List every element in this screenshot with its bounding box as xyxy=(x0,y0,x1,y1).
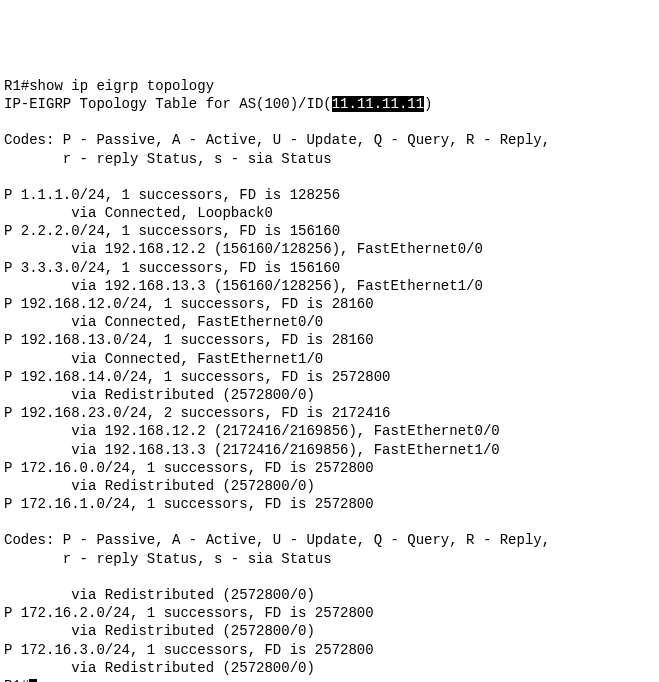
route-entry: P 2.2.2.0/24, 1 successors, FD is 156160… xyxy=(4,223,483,257)
codes-line-1: Codes: P - Passive, A - Active, U - Upda… xyxy=(4,532,550,548)
route-via: via 192.168.12.2 (2172416/2169856), Fast… xyxy=(4,423,500,439)
route-entry: P 172.16.0.0/24, 1 successors, FD is 257… xyxy=(4,460,374,494)
terminal-output[interactable]: R1#show ip eigrp topology IP-EIGRP Topol… xyxy=(4,78,550,682)
codes-line-2: r - reply Status, s - sia Status xyxy=(4,551,332,567)
route-via: via 192.168.13.3 (2172416/2169856), Fast… xyxy=(4,442,500,458)
route-entry: P 192.168.13.0/24, 1 successors, FD is 2… xyxy=(4,332,374,366)
codes-line-1: Codes: P - Passive, A - Active, U - Upda… xyxy=(4,132,550,148)
route-entry: P 172.16.1.0/24, 1 successors, FD is 257… xyxy=(4,496,374,512)
prompt: R1# xyxy=(4,78,29,94)
route-summary: P 172.16.3.0/24, 1 successors, FD is 257… xyxy=(4,642,374,658)
prompt: R1# xyxy=(4,678,29,682)
router-id: 11.11.11.11 xyxy=(332,96,424,112)
route-summary: P 172.16.1.0/24, 1 successors, FD is 257… xyxy=(4,496,374,512)
route-entry: P 3.3.3.0/24, 1 successors, FD is 156160… xyxy=(4,260,483,294)
route-entry: P 192.168.14.0/24, 1 successors, FD is 2… xyxy=(4,369,390,403)
route-entry: P 1.1.1.0/24, 1 successors, FD is 128256… xyxy=(4,187,340,221)
route-entry: P 172.16.2.0/24, 1 successors, FD is 257… xyxy=(4,605,374,639)
codes-line-2: r - reply Status, s - sia Status xyxy=(4,151,332,167)
route-summary: P 3.3.3.0/24, 1 successors, FD is 156160 xyxy=(4,260,340,276)
prompt-line: R1#show ip eigrp topology xyxy=(4,78,214,94)
route-entry: P 192.168.23.0/24, 2 successors, FD is 2… xyxy=(4,405,500,457)
route-summary: P 172.16.2.0/24, 1 successors, FD is 257… xyxy=(4,605,374,621)
command-text: show ip eigrp topology xyxy=(29,78,214,94)
route-via: via Redistributed (2572800/0) xyxy=(4,623,315,639)
route-via: via Redistributed (2572800/0) xyxy=(4,387,315,403)
route-via: via Redistributed (2572800/0) xyxy=(4,587,315,603)
header-line: IP-EIGRP Topology Table for AS(100)/ID(1… xyxy=(4,96,433,112)
route-via: via Connected, FastEthernet1/0 xyxy=(4,351,323,367)
route-summary: P 172.16.0.0/24, 1 successors, FD is 257… xyxy=(4,460,374,476)
route-summary: P 2.2.2.0/24, 1 successors, FD is 156160 xyxy=(4,223,340,239)
route-summary: P 192.168.23.0/24, 2 successors, FD is 2… xyxy=(4,405,390,421)
route-via: via Connected, FastEthernet0/0 xyxy=(4,314,323,330)
route-via: via Connected, Loopback0 xyxy=(4,205,273,221)
route-via: via Redistributed (2572800/0) xyxy=(4,660,315,676)
route-summary: P 192.168.14.0/24, 1 successors, FD is 2… xyxy=(4,369,390,385)
route-summary: P 1.1.1.0/24, 1 successors, FD is 128256 xyxy=(4,187,340,203)
route-summary: P 192.168.13.0/24, 1 successors, FD is 2… xyxy=(4,332,374,348)
route-entry: P 172.16.3.0/24, 1 successors, FD is 257… xyxy=(4,642,374,676)
route-via: via 192.168.12.2 (156160/128256), FastEt… xyxy=(4,241,483,257)
route-via: via 192.168.13.3 (156160/128256), FastEt… xyxy=(4,278,483,294)
route-summary: P 192.168.12.0/24, 1 successors, FD is 2… xyxy=(4,296,374,312)
route-via: via Redistributed (2572800/0) xyxy=(4,478,315,494)
route-entry: P 192.168.12.0/24, 1 successors, FD is 2… xyxy=(4,296,374,330)
